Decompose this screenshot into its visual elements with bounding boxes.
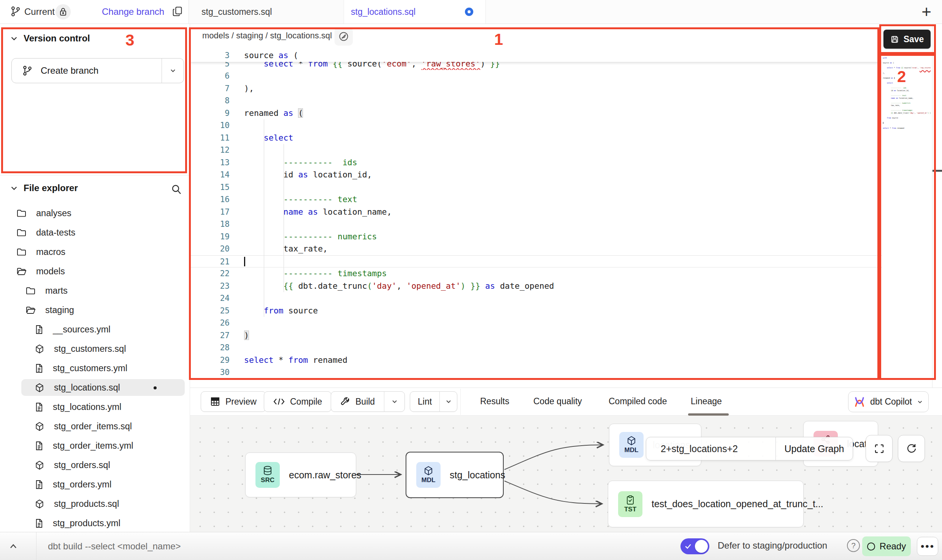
build-button[interactable]: Build	[331, 391, 405, 412]
tree-item-stg-orders-sql[interactable]: stg_orders.sql	[0, 457, 189, 473]
code-line-3[interactable]: 3source as (	[190, 49, 882, 62]
command-input[interactable]: dbt build --select <model_name>	[48, 541, 181, 552]
tree-item--sources-yml[interactable]: __sources.yml	[0, 321, 189, 338]
lineage-node-stg-locations[interactable]: MDL stg_locations	[406, 452, 504, 498]
tab-compiled-code[interactable]: Compiled code	[609, 396, 667, 407]
create-branch-button[interactable]: Create branch	[11, 58, 184, 83]
tree-item-models[interactable]: models	[0, 263, 189, 280]
lineage-node-ecom-raw-stores[interactable]: SRC ecom.raw_stores	[245, 452, 356, 497]
line-number: 12	[190, 144, 230, 157]
code-line-25[interactable]: 25 from source	[190, 305, 882, 317]
code-line-29[interactable]: 29select * from renamed	[190, 354, 882, 367]
code-line-10[interactable]: 10	[190, 119, 882, 132]
preview-button[interactable]: Preview	[201, 391, 266, 412]
help-icon[interactable]: ?	[847, 539, 860, 552]
minimap-line: with	[883, 57, 931, 60]
code-line-5[interactable]: 5 select * from {{ source('ecom', 'raw_s…	[190, 62, 882, 70]
code-line-17[interactable]: 17 name as location_name,	[190, 206, 882, 218]
sidebar: Version control Create branch File explo…	[0, 24, 190, 532]
code-line-6[interactable]: 6	[190, 70, 882, 82]
tree-item-stg-locations-sql[interactable]: stg_locations.sql	[21, 379, 185, 396]
search-icon[interactable]	[170, 184, 182, 197]
minimap[interactable]: withsource as ( select * from {{ source(…	[883, 57, 931, 380]
lineage-selector-input[interactable]: 2+stg_locations+2	[646, 437, 775, 460]
code-line-23[interactable]: 23 {{ dbt.date_trunc('day', 'opened_at')…	[190, 280, 882, 293]
dbt-copilot-button[interactable]: dbt Copilot	[848, 391, 929, 412]
lint-button[interactable]: Lint	[410, 391, 457, 412]
build-dropdown[interactable]	[384, 392, 404, 411]
change-branch-link[interactable]: Change branch	[102, 6, 164, 17]
code-line-12[interactable]: 12	[190, 144, 882, 157]
version-control-title: Version control	[24, 33, 90, 44]
tree-item-stg-customers-yml[interactable]: stg_customers.yml	[0, 360, 189, 376]
compile-button[interactable]: Compile	[264, 391, 331, 412]
source-badge: SRC	[255, 462, 280, 488]
sidebar-divider	[0, 175, 189, 176]
chevron-up-icon[interactable]	[8, 541, 19, 554]
panel-resize-handle[interactable]	[932, 170, 942, 172]
new-tab-button[interactable]: +	[921, 2, 931, 22]
tree-item-stg-order-items-yml[interactable]: stg_order_items.yml	[0, 437, 189, 454]
line-text: tax_rate,	[230, 243, 328, 255]
line-text	[230, 366, 244, 379]
tab-lineage[interactable]: Lineage	[691, 396, 722, 407]
code-line-27[interactable]: 27)	[190, 329, 882, 342]
code-line-16[interactable]: 16 ---------- text	[190, 193, 882, 206]
code-line-7[interactable]: 7),	[190, 82, 882, 95]
docs-compass-button[interactable]	[335, 27, 353, 46]
code-line-24[interactable]: 24	[190, 292, 882, 305]
code-line-14[interactable]: 14 id as location_id,	[190, 169, 882, 181]
code-line-21[interactable]: 21	[190, 255, 882, 268]
tab-results[interactable]: Results	[480, 396, 509, 407]
code-editor[interactable]: 3source as (5 select * from {{ source('e…	[190, 49, 882, 380]
tab-code-quality[interactable]: Code quality	[533, 396, 582, 407]
code-line-20[interactable]: 20 tax_rate,	[190, 243, 882, 255]
save-button[interactable]: Save	[883, 30, 931, 49]
line-text: id as location_id,	[230, 169, 372, 181]
code-line-11[interactable]: 11 select	[190, 132, 882, 144]
tree-item-marts[interactable]: marts	[0, 282, 189, 299]
lineage-canvas[interactable]: SRC ecom.raw_stores MDL stg_locations MD…	[190, 416, 942, 532]
code-line-30[interactable]: 30	[190, 366, 882, 379]
tree-item-stg-order-items-sql[interactable]: stg_order_items.sql	[0, 418, 189, 435]
tree-item-analyses[interactable]: analyses	[0, 205, 189, 221]
lineage-node-test[interactable]: TST test_does_location_opened_at_trunc_t…	[608, 481, 804, 527]
editor-pane: models / staging / stg_locations.sql Sav…	[190, 24, 932, 388]
tab-stg-customers-sql[interactable]: stg_customers.sql	[189, 0, 344, 24]
chevron-down-icon	[391, 398, 398, 405]
code-line-28[interactable]: 28	[190, 342, 882, 354]
code-line-26[interactable]: 26	[190, 317, 882, 329]
code-line-15[interactable]: 15	[190, 181, 882, 194]
tree-item-stg-customers-sql[interactable]: stg_customers.sql	[0, 340, 189, 357]
refresh-button[interactable]	[898, 435, 925, 462]
lint-dropdown[interactable]	[439, 392, 457, 411]
tree-item-macros[interactable]: macros	[0, 244, 189, 260]
version-control-header[interactable]: Version control	[0, 33, 90, 44]
code-line-18[interactable]: 18	[190, 218, 882, 231]
code-line-19[interactable]: 19 ---------- numerics	[190, 231, 882, 243]
more-options-button[interactable]: ●●●	[917, 537, 938, 556]
tree-item-stg-products-sql[interactable]: stg_products.sql	[0, 495, 189, 512]
tree-item-stg-orders-yml[interactable]: stg_orders.yml	[0, 476, 189, 493]
create-branch-main[interactable]: Create branch	[12, 59, 162, 83]
fullscreen-button[interactable]	[866, 435, 893, 462]
tree-item-label: stg_locations.sql	[54, 383, 120, 393]
code-line-9[interactable]: 9renamed as (	[190, 107, 882, 120]
code-line-13[interactable]: 13 ---------- ids	[190, 157, 882, 169]
tab-stg-locations-sql[interactable]: stg_locations.sql	[344, 0, 486, 24]
wrench-icon	[340, 397, 350, 407]
line-text: ---------- ids	[230, 157, 357, 169]
tree-item-stg-products-yml[interactable]: stg_products.yml	[0, 515, 189, 532]
create-branch-dropdown[interactable]	[162, 59, 184, 83]
node-label: test_does_location_opened_at_trunc_t...	[652, 498, 823, 509]
tree-item-stg-locations-yml[interactable]: stg_locations.yml	[0, 399, 189, 415]
defer-toggle[interactable]	[680, 538, 709, 554]
ready-status-badge[interactable]: Ready	[862, 536, 911, 556]
tree-item-staging[interactable]: staging	[0, 302, 189, 318]
update-graph-button[interactable]: Update Graph	[775, 437, 853, 460]
code-line-8[interactable]: 8	[190, 95, 882, 107]
copy-icon[interactable]	[172, 6, 183, 19]
tree-item-data-tests[interactable]: data-tests	[0, 224, 189, 241]
file-explorer-header[interactable]: File explorer	[0, 183, 78, 193]
code-line-22[interactable]: 22 ---------- timestamps	[190, 267, 882, 280]
